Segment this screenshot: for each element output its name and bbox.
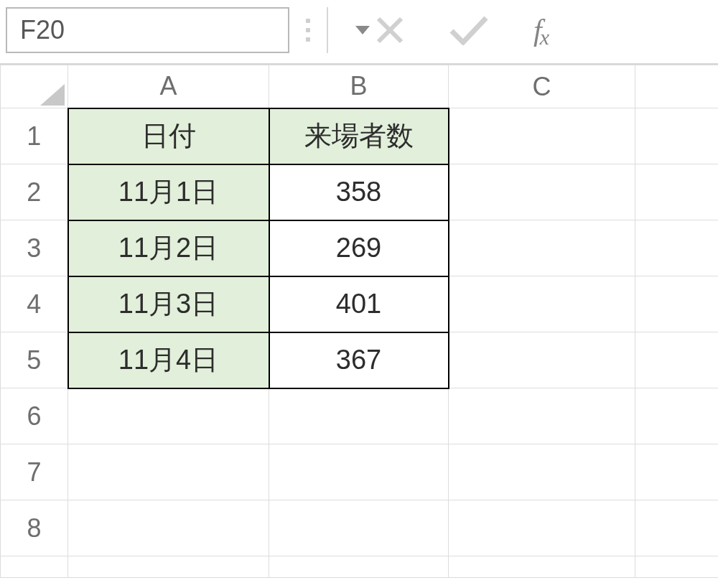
cell-B7[interactable]: [269, 444, 449, 500]
cell-A8[interactable]: [68, 500, 269, 556]
cell-C2[interactable]: [449, 164, 635, 220]
fx-f: f: [533, 14, 540, 47]
cell-B9[interactable]: [269, 556, 449, 578]
cell-A7[interactable]: [68, 444, 269, 500]
cell-D3[interactable]: [635, 220, 719, 276]
cell-A5[interactable]: 11月4日: [68, 332, 269, 388]
cell-D9[interactable]: [635, 556, 719, 578]
row-header-6[interactable]: 6: [1, 388, 68, 444]
formula-bar: fx: [0, 0, 718, 65]
cell-B6[interactable]: [269, 388, 449, 444]
cell-D4[interactable]: [635, 276, 719, 332]
check-icon: [449, 15, 489, 45]
cell-C8[interactable]: [449, 500, 635, 556]
spreadsheet-grid: A B C 1 日付 来場者数 2 11月1日 358 3: [0, 65, 718, 578]
cell-C6[interactable]: [449, 388, 635, 444]
cell-B8[interactable]: [269, 500, 449, 556]
cell-C3[interactable]: [449, 220, 635, 276]
cell-B5[interactable]: 367: [269, 332, 449, 388]
cell-D8[interactable]: [635, 500, 719, 556]
x-icon: [374, 14, 406, 46]
cell-A4[interactable]: 11月3日: [68, 276, 269, 332]
cell-A6[interactable]: [68, 388, 269, 444]
row-header-4[interactable]: 4: [1, 276, 68, 332]
cell-B2[interactable]: 358: [269, 164, 449, 220]
cell-D5[interactable]: [635, 332, 719, 388]
cell-A1[interactable]: 日付: [68, 108, 269, 164]
row-header-5[interactable]: 5: [1, 332, 68, 388]
cell-D7[interactable]: [635, 444, 719, 500]
name-box-container: [6, 7, 289, 53]
insert-function-button[interactable]: fx: [533, 13, 547, 47]
row-header-7[interactable]: 7: [1, 444, 68, 500]
cell-C1[interactable]: [449, 108, 635, 164]
expand-formula-bar-handle[interactable]: [299, 19, 317, 42]
fx-x: x: [540, 25, 547, 49]
col-header-D[interactable]: [635, 65, 719, 108]
col-header-B[interactable]: B: [269, 65, 449, 108]
cell-A9[interactable]: [68, 556, 269, 578]
cell-C9[interactable]: [449, 556, 635, 578]
col-header-C[interactable]: C: [449, 65, 635, 108]
cell-B3[interactable]: 269: [269, 220, 449, 276]
cell-C4[interactable]: [449, 276, 635, 332]
col-header-A[interactable]: A: [68, 65, 269, 108]
row-header-3[interactable]: 3: [1, 220, 68, 276]
enter-button[interactable]: [440, 13, 498, 47]
formula-bar-actions: fx: [327, 7, 712, 53]
cell-D2[interactable]: [635, 164, 719, 220]
row-header-1[interactable]: 1: [1, 108, 68, 164]
row-header-2[interactable]: 2: [1, 164, 68, 220]
cell-A2[interactable]: 11月1日: [68, 164, 269, 220]
cell-B1[interactable]: 来場者数: [269, 108, 449, 164]
row-header-9[interactable]: [1, 556, 68, 578]
cell-C7[interactable]: [449, 444, 635, 500]
cell-B4[interactable]: 401: [269, 276, 449, 332]
cell-D6[interactable]: [635, 388, 719, 444]
select-all-corner[interactable]: [1, 65, 68, 108]
cell-C5[interactable]: [449, 332, 635, 388]
cancel-button[interactable]: [361, 13, 419, 47]
row-header-8[interactable]: 8: [1, 500, 68, 556]
cell-D1[interactable]: [635, 108, 719, 164]
select-all-triangle-icon: [40, 84, 65, 106]
cell-A3[interactable]: 11月2日: [68, 220, 269, 276]
